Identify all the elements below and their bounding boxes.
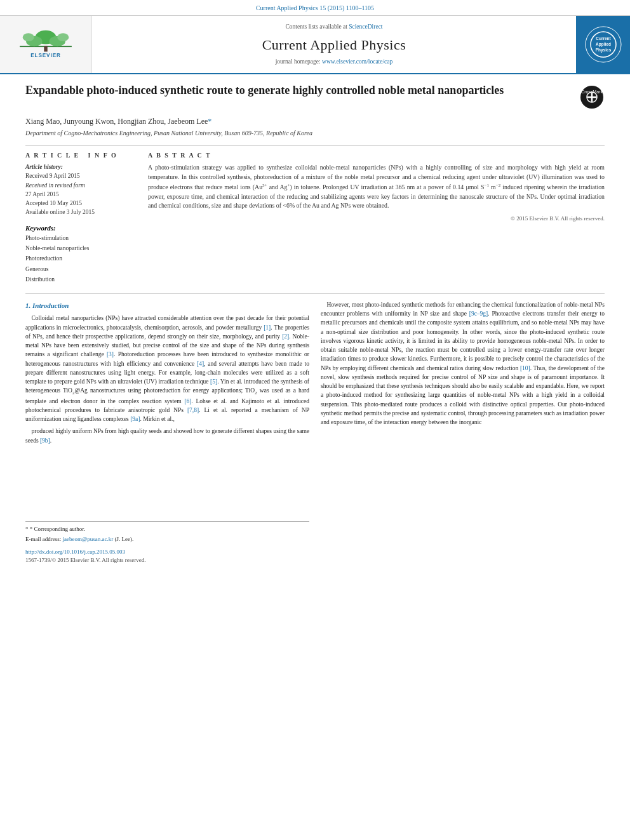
keyword-4: Generous: [25, 264, 137, 274]
crossmark-area: CrossMark: [579, 84, 605, 112]
ref-9b: [9b]: [40, 437, 50, 444]
svg-text:Current: Current: [596, 36, 611, 41]
received-revised-label: Received in revised form: [25, 181, 137, 190]
keyword-5: Distribution: [25, 274, 137, 284]
accepted-date: Accepted 10 May 2015: [25, 199, 137, 208]
article-info-col: A R T I C L E I N F O Article history: R…: [25, 151, 137, 284]
doi-line: http://dx.doi.org/10.1016/j.cap.2015.05.…: [25, 547, 309, 557]
svg-rect-6: [44, 46, 47, 51]
right-para-1: However, most photo-induced synthetic me…: [321, 300, 605, 427]
ref-9cg: [9c–9g]: [469, 310, 488, 317]
copyright-text: © 2015 Elsevier B.V. All rights reserved…: [148, 215, 605, 223]
keywords-list: Photo-stimulation Noble-metal nanopartic…: [25, 233, 137, 284]
journal-right-logo: Current Applied Physics: [576, 16, 630, 73]
corresponding-author-label: * Corresponding author.: [30, 526, 85, 532]
article-info-abstract: A R T I C L E I N F O Article history: R…: [25, 145, 605, 284]
available-date: Available online 3 July 2015: [25, 208, 137, 217]
keywords-label: Keywords:: [25, 224, 56, 232]
doi-link[interactable]: http://dx.doi.org/10.1016/j.cap.2015.05.…: [25, 549, 125, 555]
keyword-1: Photo-stimulation: [25, 233, 137, 243]
article-footer: * * Corresponding author. E-mail address…: [25, 521, 309, 565]
keyword-3: Photoreduction: [25, 253, 137, 263]
abstract-section: A B S T R A C T A photo-stimulation stra…: [148, 151, 605, 284]
history-label: Article history:: [25, 164, 63, 170]
main-content: CrossMark Expandable photo-induced synth…: [0, 74, 630, 574]
article-info-heading: A R T I C L E I N F O: [25, 151, 137, 160]
ref-9a: [9a]: [130, 416, 140, 422]
journal-title: Current Applied Physics: [262, 36, 406, 55]
ref-5: [5]: [210, 378, 217, 385]
two-col-body: 1. Introduction Colloidal metal nanopart…: [25, 300, 605, 565]
ref-6: [6]: [184, 398, 191, 404]
journal-citation: Current Applied Physics 15 (2015) 1100–1…: [256, 4, 374, 11]
issn-line: 1567-1739/© 2015 Elsevier B.V. All right…: [25, 556, 309, 565]
intro-para-1: Colloidal metal nanoparticles (NPs) have…: [25, 314, 309, 423]
journal-center: Contents lists available at ScienceDirec…: [92, 16, 576, 73]
intro-para-2: produced highly uniform NPs from high qu…: [25, 427, 309, 445]
article-title-block: CrossMark Expandable photo-induced synth…: [25, 83, 605, 112]
introduction-heading: 1. Introduction: [25, 300, 309, 311]
sciencedirect-line: Contents lists available at ScienceDirec…: [285, 23, 382, 31]
keywords-section: Keywords: Photo-stimulation Noble-metal …: [25, 223, 137, 284]
affiliation: Department of Cogno-Mechatronics Enginee…: [25, 129, 605, 138]
body-col-right: However, most photo-induced synthetic me…: [321, 300, 605, 565]
elsevier-logo-area: ELSEVIER: [0, 16, 92, 73]
ref-2: [2]: [282, 333, 289, 340]
email-address[interactable]: jaebeom@pusan.ac.kr: [62, 536, 113, 542]
corresponding-author-note: * * Corresponding author.: [25, 525, 309, 534]
svg-point-5: [57, 33, 69, 41]
abstract-heading: A B S T R A C T: [148, 151, 605, 160]
ref-3: [3]: [107, 351, 114, 357]
body-col-left: 1. Introduction Colloidal metal nanopart…: [25, 300, 309, 565]
received-date: Received 9 April 2015: [25, 171, 137, 180]
abstract-text: A photo-stimulation strategy was applied…: [148, 163, 605, 211]
authors-line: Xiang Mao, Junyoung Kwon, Hongjian Zhou,…: [25, 116, 605, 127]
email-suffix: (J. Lee).: [115, 536, 134, 542]
cap-logo-svg: Current Applied Physics: [584, 25, 622, 63]
journal-homepage-line: journal homepage: www.elsevier.com/locat…: [276, 58, 393, 66]
svg-point-4: [23, 33, 34, 41]
svg-text:Applied: Applied: [596, 42, 611, 47]
sciencedirect-prefix: Contents lists available at: [285, 23, 349, 30]
journal-header: ELSEVIER Contents lists available at Sci…: [0, 16, 630, 74]
journal-citation-bar: Current Applied Physics 15 (2015) 1100–1…: [0, 0, 630, 16]
elsevier-logo-svg: ELSEVIER: [14, 29, 77, 60]
keyword-2: Noble-metal nanoparticles: [25, 243, 137, 253]
sciencedirect-link[interactable]: ScienceDirect: [349, 23, 382, 30]
authors-text: Xiang Mao, Junyoung Kwon, Hongjian Zhou,…: [25, 117, 211, 126]
ref-1: [1]: [264, 324, 271, 331]
email-line: E-mail address: jaebeom@pusan.ac.kr (J. …: [25, 535, 309, 544]
ref-10: [10]: [520, 365, 530, 371]
email-label: E-mail address:: [25, 536, 61, 542]
page-container: Current Applied Physics 15 (2015) 1100–1…: [0, 0, 630, 574]
received-revised-date: 27 April 2015: [25, 190, 137, 199]
section-divider: [25, 293, 605, 294]
ref-78: [7,8]: [187, 407, 199, 413]
homepage-link[interactable]: www.elsevier.com/locate/cap: [322, 58, 392, 65]
svg-text:Physics: Physics: [595, 48, 611, 53]
homepage-prefix: journal homepage:: [276, 58, 322, 65]
svg-text:ELSEVIER: ELSEVIER: [30, 53, 61, 58]
ref-4: [4]: [197, 361, 204, 367]
article-history: Article history: Received 9 April 2015 R…: [25, 163, 137, 217]
article-title: Expandable photo-induced synthetic route…: [25, 83, 605, 98]
crossmark-svg: CrossMark: [579, 84, 605, 110]
